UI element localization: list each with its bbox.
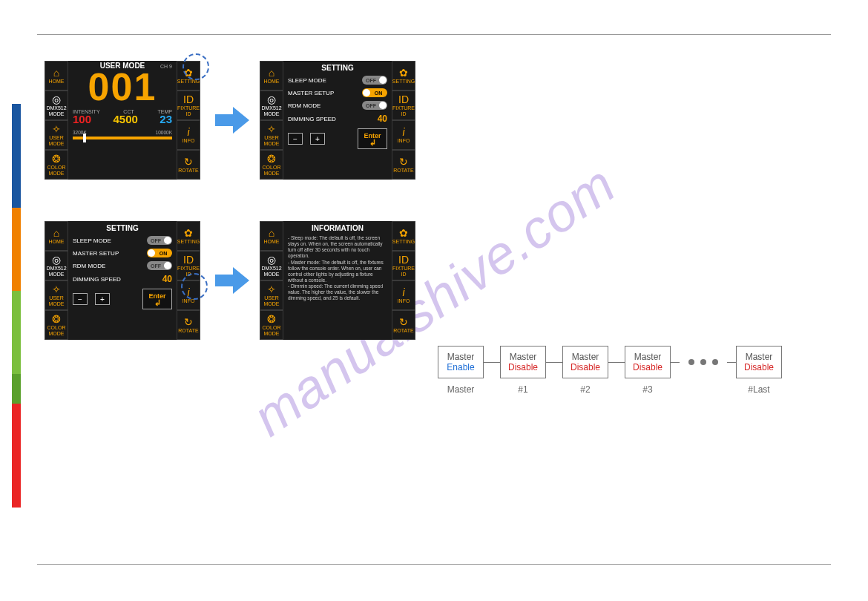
home-button[interactable]: ⌂HOME [260,61,283,91]
cct-slider[interactable]: 3200K10000K [73,130,172,142]
chain-label: #2 [580,384,590,395]
rotate-button[interactable]: ↻ROTATE [392,150,415,180]
master-setup-toggle[interactable]: ON [362,88,387,97]
screen-information: ⌂HOME ◎DMX512 MODE ✧USER MODE ❂COLOR MOD… [260,221,415,340]
slider-knob[interactable] [83,134,86,142]
dimming-speed-value: 40 [378,114,387,124]
plus-button[interactable]: + [310,133,325,145]
master-chain-diagram: MasterEnable Master MasterDisable #1 Mas… [438,346,782,395]
info-icon: i [402,287,404,298]
info-icon: i [402,127,404,137]
gear-icon: ✿ [184,228,193,238]
chain-node-master: MasterEnable Master [438,346,484,395]
chain-node-3: MasterDisable #3 [625,346,671,395]
sleep-mode-toggle[interactable]: OFF [362,76,387,85]
info-button[interactable]: iINFO [392,280,415,310]
color-strip-red [12,404,21,508]
color-strip-lime [12,291,21,374]
gear-icon: ✿ [399,228,408,238]
id-icon: ID [398,254,409,265]
screen-setting-1: ⌂HOME ◎DMX512 MODE ✧USER MODE ❂COLOR MOD… [260,61,415,180]
fixture-id-button[interactable]: IDFIXTURE ID [392,251,415,280]
dmx-mode-button[interactable]: ◎DMX512 MODE [45,91,68,120]
rotate-icon: ↻ [184,157,193,167]
home-icon: ⌂ [53,228,59,238]
right-sidebar: ✿SETTING IDFIXTURE ID iINFO ↻ROTATE [392,221,415,340]
color-icon: ❂ [267,314,276,324]
rdm-mode-toggle[interactable]: OFF [147,261,172,270]
dmx-icon: ◎ [52,254,61,265]
user-mode-button[interactable]: ✧USER MODE [260,280,283,310]
enter-button[interactable]: Enter↲ [142,289,172,309]
color-mode-button[interactable]: ❂COLOR MODE [260,310,283,340]
master-setup-toggle[interactable]: ON [147,249,172,257]
panel-title: INFORMATION [288,224,387,232]
home-button[interactable]: ⌂HOME [45,61,68,91]
color-icon: ❂ [267,154,276,164]
fixture-id-button[interactable]: IDFIXTURE ID [392,91,415,120]
sleep-mode-toggle[interactable]: OFF [147,236,172,245]
setting-button[interactable]: ✿SETTING [392,221,415,251]
dmx-mode-button[interactable]: ◎DMX512 MODE [260,91,283,120]
enter-button[interactable]: Enter↲ [358,128,387,149]
chain-node-last: MasterDisable #Last [736,346,782,395]
home-button[interactable]: ⌂HOME [260,221,283,251]
rdm-mode-label: RDM MODE [288,102,320,109]
user-mode-button[interactable]: ✧USER MODE [45,120,68,150]
rotate-icon: ↻ [399,317,408,327]
intensity-value: 100 [73,113,91,125]
id-icon: ID [183,254,194,265]
user-icon: ✧ [267,124,276,134]
setting-button[interactable]: ✿SETTING [392,61,415,91]
dmx-mode-button[interactable]: ◎DMX512 MODE [45,251,68,280]
chain-node-2: MasterDisable #2 [562,346,608,395]
info-button[interactable]: iINFO [177,120,200,150]
plus-button[interactable]: + [95,293,110,305]
dmx-icon: ◎ [52,94,61,105]
minus-button[interactable]: − [288,133,303,145]
information-text: - Sleep mode: The default is off, the sc… [288,235,387,301]
user-mode-button[interactable]: ✧USER MODE [45,280,68,310]
fixture-id-button[interactable]: IDFIXTURE ID [177,91,200,120]
setting-button[interactable]: ✿SETTING [177,221,200,251]
home-icon: ⌂ [53,68,59,78]
slider-max-label: 10000K [156,130,172,135]
highlight-circle-info [181,273,208,300]
rotate-button[interactable]: ↻ROTATE [392,310,415,340]
rotate-button[interactable]: ↻ROTATE [177,150,200,180]
right-sidebar: ✿SETTING IDFIXTURE ID iINFO ↻ROTATE [392,61,415,180]
home-icon: ⌂ [269,228,274,238]
id-icon: ID [183,94,194,105]
divider-top [37,34,831,35]
user-icon: ✧ [52,124,61,134]
user-mode-button[interactable]: ✧USER MODE [260,120,283,150]
color-mode-button[interactable]: ❂COLOR MODE [45,150,68,180]
sleep-mode-label: SLEEP MODE [288,77,326,84]
rotate-icon: ↻ [399,157,408,167]
master-setup-label: MASTER SETUP [288,90,334,96]
chain-label: #3 [642,384,652,395]
screen-setting-2: ⌂HOME ◎DMX512 MODE ✧USER MODE ❂COLOR MOD… [45,221,200,340]
user-icon: ✧ [267,284,276,295]
screen-user-mode: ⌂HOME ◎DMX512 MODE ✧USER MODE ❂COLOR MOD… [45,61,200,180]
minus-button[interactable]: − [73,293,88,305]
color-mode-button[interactable]: ❂COLOR MODE [45,310,68,340]
color-mode-button[interactable]: ❂COLOR MODE [260,150,283,180]
chain-ellipsis [688,359,718,365]
info-button[interactable]: iINFO [392,120,415,150]
left-sidebar: ⌂HOME ◎DMX512 MODE ✧USER MODE ❂COLOR MOD… [45,61,68,180]
enter-arrow-icon: ↲ [154,300,161,306]
chain-label: #Last [748,384,769,395]
master-setup-label: MASTER SETUP [73,250,119,257]
color-strip-blue [12,104,21,208]
user-icon: ✧ [52,284,61,295]
dmx-mode-button[interactable]: ◎DMX512 MODE [260,251,283,280]
chain-node-1: MasterDisable #1 [500,346,546,395]
gear-icon: ✿ [399,68,408,78]
rotate-button[interactable]: ↻ROTATE [177,310,200,340]
home-button[interactable]: ⌂HOME [45,221,68,251]
dmx-icon: ◎ [267,94,276,105]
chain-label: Master [447,384,475,395]
rdm-mode-label: RDM MODE [73,263,105,269]
rdm-mode-toggle[interactable]: OFF [362,101,387,110]
